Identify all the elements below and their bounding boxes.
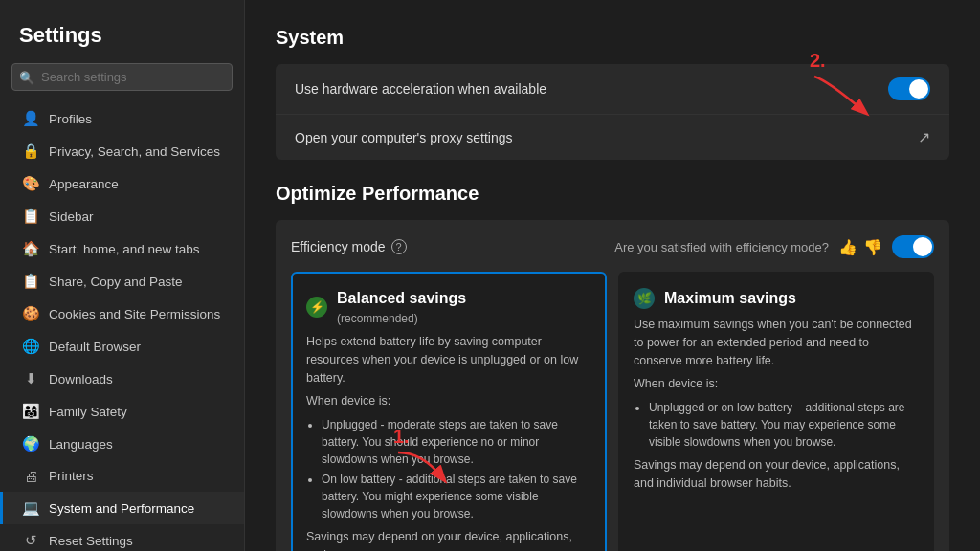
balanced-bullet-0: Unplugged - moderate steps are taken to …	[322, 416, 591, 468]
main-content: System Use hardware acceleration when av…	[245, 0, 980, 551]
maximum-description: Use maximum savings when you can't be co…	[634, 316, 919, 369]
sidebar-icon-appearance: 🎨	[22, 175, 39, 192]
sidebar-label-downloads: Downloads	[49, 372, 113, 386]
sidebar: Settings 🔍 👤 Profiles 🔒 Privacy, Search,…	[0, 0, 245, 551]
system-section-title: System	[276, 27, 949, 49]
optimize-section-title: Optimize Performance	[276, 183, 949, 205]
sidebar-item-appearance[interactable]: 🎨 Appearance	[0, 167, 244, 200]
sidebar-item-printers[interactable]: 🖨 Printers	[0, 460, 244, 492]
sidebar-label-cookies: Cookies and Site Permissions	[49, 307, 220, 321]
search-input[interactable]	[11, 63, 233, 91]
balanced-card-header: ⚡ Balanced savings (recommended)	[306, 287, 591, 327]
hardware-accel-toggle[interactable]	[888, 77, 930, 100]
sidebar-item-reset-settings[interactable]: ↺ Reset Settings	[0, 524, 244, 551]
sidebar-label-sidebar: Sidebar	[49, 209, 94, 224]
sidebar-icon-start-home: 🏠	[22, 240, 39, 257]
sidebar-icon-system-performance: 💻	[22, 499, 39, 517]
balanced-description: Helps extend battery life by saving comp…	[306, 333, 591, 386]
sidebar-icon-default-browser: 🌐	[22, 338, 39, 355]
sidebar-label-printers: Printers	[49, 469, 94, 483]
sidebar-label-start-home: Start, home, and new tabs	[49, 242, 200, 256]
sidebar-icon-profiles: 👤	[22, 110, 39, 127]
sidebar-label-reset-settings: Reset Settings	[49, 534, 133, 548]
sidebar-icon-family-safety: 👨‍👩‍👧	[22, 403, 39, 420]
external-link-icon: ↗	[918, 128, 930, 146]
main-content-wrapper: System Use hardware acceleration when av…	[245, 0, 980, 551]
sidebar-label-default-browser: Default Browser	[49, 340, 141, 354]
sidebar-icon-downloads: ⬇	[22, 370, 39, 387]
thumbs-up-icon[interactable]: 👍	[838, 238, 858, 256]
maximum-title: Maximum savings	[664, 287, 796, 310]
feedback-icons: 👍 👎	[838, 238, 882, 256]
efficiency-section: Efficiency mode ? Are you satisfied with…	[276, 220, 949, 551]
efficiency-label: Efficiency mode ?	[291, 239, 407, 254]
balanced-bullet-1: On low battery - additional steps are ta…	[322, 471, 591, 522]
feedback-label: Are you satisfied with efficiency mode?	[614, 240, 829, 254]
sidebar-item-share-copy[interactable]: 📋 Share, Copy and Paste	[0, 265, 244, 298]
sidebar-item-languages[interactable]: 🌍 Languages	[0, 428, 244, 460]
efficiency-header: Efficiency mode ? Are you satisfied with…	[291, 235, 934, 258]
sidebar-icon-privacy: 🔒	[22, 143, 39, 160]
sidebar-item-privacy[interactable]: 🔒 Privacy, Search, and Services	[0, 135, 244, 167]
sidebar-nav: 👤 Profiles 🔒 Privacy, Search, and Servic…	[0, 102, 244, 551]
sidebar-label-system-performance: System and Performance	[49, 501, 194, 516]
search-box[interactable]: 🔍	[11, 63, 233, 91]
proxy-settings-label: Open your computer's proxy settings	[295, 130, 513, 145]
maximum-savings-card[interactable]: 🌿 Maximum savings Use maximum savings wh…	[618, 272, 934, 551]
sidebar-label-share-copy: Share, Copy and Paste	[49, 275, 183, 289]
balanced-icon: ⚡	[306, 297, 327, 318]
sidebar-item-profiles[interactable]: 👤 Profiles	[0, 102, 244, 135]
maximum-card-header: 🌿 Maximum savings	[634, 287, 919, 310]
search-icon: 🔍	[19, 70, 34, 84]
mode-cards: ⚡ Balanced savings (recommended) Helps e…	[291, 272, 934, 551]
maximum-footer: Savings may depend on your device, appli…	[634, 456, 919, 493]
maximum-title-wrap: Maximum savings	[664, 287, 796, 310]
balanced-title: Balanced savings	[337, 287, 466, 310]
hardware-accel-row: Use hardware acceleration when available	[276, 64, 949, 115]
balanced-savings-card[interactable]: ⚡ Balanced savings (recommended) Helps e…	[291, 272, 607, 551]
sidebar-icon-sidebar: 📋	[22, 208, 39, 225]
maximum-when-label: When device is:	[634, 375, 919, 393]
sidebar-item-start-home[interactable]: 🏠 Start, home, and new tabs	[0, 232, 244, 265]
sidebar-label-family-safety: Family Safety	[49, 405, 127, 419]
hardware-accel-label: Use hardware acceleration when available	[295, 81, 546, 97]
sidebar-item-sidebar[interactable]: 📋 Sidebar	[0, 200, 244, 232]
info-icon[interactable]: ?	[391, 239, 407, 254]
balanced-bullets: Unplugged - moderate steps are taken to …	[306, 416, 591, 522]
sidebar-item-default-browser[interactable]: 🌐 Default Browser	[0, 330, 244, 363]
sidebar-item-downloads[interactable]: ⬇ Downloads	[0, 363, 244, 395]
balanced-subtitle: (recommended)	[337, 310, 466, 327]
sidebar-label-privacy: Privacy, Search, and Services	[49, 144, 220, 159]
system-settings-card: Use hardware acceleration when available…	[276, 64, 949, 160]
maximum-bullet-0: Unplugged or on low battery – additional…	[649, 399, 919, 451]
sidebar-icon-share-copy: 📋	[22, 273, 39, 290]
sidebar-icon-cookies: 🍪	[22, 305, 39, 322]
sidebar-label-profiles: Profiles	[49, 112, 92, 126]
sidebar-item-cookies[interactable]: 🍪 Cookies and Site Permissions	[0, 298, 244, 330]
balanced-title-wrap: Balanced savings (recommended)	[337, 287, 466, 327]
sidebar-icon-languages: 🌍	[22, 435, 39, 452]
app-title: Settings	[0, 15, 244, 63]
sidebar-item-family-safety[interactable]: 👨‍👩‍👧 Family Safety	[0, 395, 244, 428]
sidebar-icon-reset-settings: ↺	[22, 532, 39, 549]
balanced-when-label: When device is:	[306, 392, 591, 410]
maximum-icon: 🌿	[634, 288, 655, 309]
efficiency-right: Are you satisfied with efficiency mode? …	[614, 235, 934, 258]
sidebar-item-system-performance[interactable]: 💻 System and Performance	[0, 492, 244, 524]
balanced-footer: Savings may depend on your device, appli…	[306, 528, 591, 551]
sidebar-label-languages: Languages	[49, 437, 113, 452]
maximum-bullets: Unplugged or on low battery – additional…	[634, 399, 919, 451]
efficiency-label-text: Efficiency mode	[291, 239, 386, 254]
thumbs-down-icon[interactable]: 👎	[863, 238, 882, 256]
sidebar-icon-printers: 🖨	[22, 468, 39, 484]
efficiency-toggle[interactable]	[892, 235, 934, 258]
proxy-settings-row[interactable]: Open your computer's proxy settings ↗	[276, 115, 949, 160]
sidebar-label-appearance: Appearance	[49, 177, 119, 191]
